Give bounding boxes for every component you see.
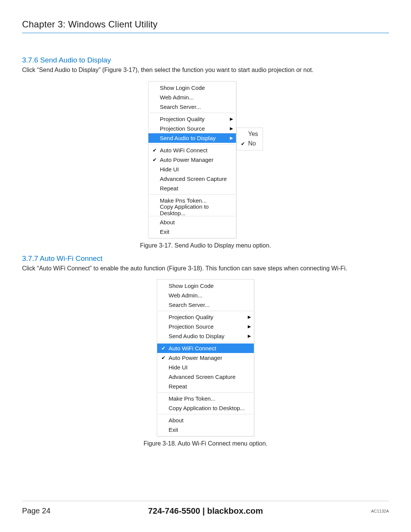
menu-label: Send Audio to Display xyxy=(167,333,245,339)
menu-item-exit[interactable]: Exit xyxy=(157,425,254,435)
figure-caption-317: Figure 3-17. Send Audio to Display menu … xyxy=(140,242,271,249)
submenu-arrow-icon: ▶ xyxy=(228,126,233,131)
check-icon: ✔ xyxy=(159,345,167,351)
menu-label: Web Admin... xyxy=(158,94,233,101)
menu-item-copy-app[interactable]: Copy Application to Desktop... xyxy=(157,403,254,413)
menu-label: Web Admin... xyxy=(167,292,251,299)
menu-label: Hide UI xyxy=(167,364,251,371)
submenu-arrow-icon: ▶ xyxy=(228,117,233,121)
menu-label: Search Server... xyxy=(167,302,251,308)
menu-item-copy-app[interactable]: Copy Application to Desktop... xyxy=(148,205,236,215)
section-body-377: Click “Auto WiFi Connect” to enable the … xyxy=(22,264,389,273)
menu-item-send-audio[interactable]: Send Audio to Display ▶ xyxy=(157,331,254,341)
menu-label: Send Audio to Display xyxy=(158,135,228,141)
check-icon: ✔ xyxy=(151,157,158,163)
menu-label: Yes xyxy=(247,131,260,137)
check-icon: ✔ xyxy=(151,147,158,153)
menu-item-projection-quality[interactable]: Projection Quality ▶ xyxy=(157,312,254,322)
section-heading-377: 3.7.7 Auto Wi-Fi Connect xyxy=(22,254,389,263)
menu-item-auto-power[interactable]: ✔ Auto Power Manager xyxy=(148,155,236,165)
menu-item-hide-ui[interactable]: Hide UI xyxy=(148,165,236,174)
menu-item-show-login[interactable]: Show Login Code xyxy=(157,281,254,291)
submenu-arrow-icon: ▶ xyxy=(228,136,233,141)
menu-separator xyxy=(158,392,253,393)
menu-item-exit[interactable]: Exit xyxy=(148,227,236,236)
menu-label: Repeat xyxy=(158,185,233,192)
menu-item-adv-capture[interactable]: Advanced Screen Capture xyxy=(157,372,254,382)
menu-label: Copy Application to Desktop... xyxy=(167,405,251,411)
menu-label: Copy Application to Desktop... xyxy=(158,203,233,216)
menu-label: About xyxy=(158,219,233,225)
menu-item-auto-wifi[interactable]: ✔ Auto WiFi Connect xyxy=(157,343,254,353)
menu-separator xyxy=(158,342,253,342)
menu-label: Projection Source xyxy=(167,323,245,330)
menu-label: Repeat xyxy=(167,383,251,390)
menu-label: Advanced Screen Capture xyxy=(167,374,251,380)
menu-item-search-server[interactable]: Search Server... xyxy=(157,300,254,310)
menu-separator xyxy=(149,144,235,144)
menu-label: Advanced Screen Capture xyxy=(158,176,233,182)
menu-item-search-server[interactable]: Search Server... xyxy=(148,102,236,112)
menu-item-show-login[interactable]: Show Login Code xyxy=(148,83,236,93)
menu-item-about[interactable]: About xyxy=(148,217,236,227)
submenu-arrow-icon: ▶ xyxy=(245,315,251,320)
menu-item-make-token[interactable]: Make Pns Token... xyxy=(157,394,254,403)
menu-label: Projection Source xyxy=(158,125,228,132)
submenu-item-yes[interactable]: Yes xyxy=(237,129,263,139)
menu-label: Projection Quality xyxy=(167,314,245,320)
page-number: Page 24 xyxy=(22,506,51,515)
figure-3-18: Show Login Code Web Admin... Search Serv… xyxy=(22,279,389,447)
section-heading-376: 3.7.6 Send Audio to Display xyxy=(22,56,389,64)
menu-label: About xyxy=(167,417,251,423)
footer-contact: 724-746-5500 | blackbox.com xyxy=(22,506,389,516)
context-menu-318: Show Login Code Web Admin... Search Serv… xyxy=(157,279,254,436)
menu-item-web-admin[interactable]: Web Admin... xyxy=(148,93,236,102)
submenu-arrow-icon: ▶ xyxy=(245,324,251,329)
menu-label: Exit xyxy=(158,228,233,235)
context-menu-317: Show Login Code Web Admin... Search Serv… xyxy=(148,81,236,238)
menu-label: Search Server... xyxy=(158,104,233,110)
menu-label: Auto WiFi Connect xyxy=(167,345,251,351)
menu-label: Auto Power Manager xyxy=(167,355,251,361)
menu-separator xyxy=(149,113,235,113)
menu-item-about[interactable]: About xyxy=(157,415,254,425)
menu-label: Show Login Code xyxy=(158,85,233,91)
submenu-item-no[interactable]: ✔ No xyxy=(237,139,263,149)
menu-item-projection-source[interactable]: Projection Source ▶ xyxy=(157,322,254,331)
menu-separator xyxy=(158,311,253,311)
menu-item-hide-ui[interactable]: Hide UI xyxy=(157,363,254,372)
menu-item-auto-wifi[interactable]: ✔ Auto WiFi Connect xyxy=(148,145,236,155)
check-icon: ✔ xyxy=(159,355,167,361)
menu-item-send-audio[interactable]: Send Audio to Display ▶ xyxy=(148,133,236,143)
figure-3-17: Show Login Code Web Admin... Search Serv… xyxy=(22,81,389,249)
menu-label: Show Login Code xyxy=(167,283,251,289)
check-icon: ✔ xyxy=(239,141,247,147)
submenu-send-audio: Yes ✔ No xyxy=(236,128,263,150)
menu-item-web-admin[interactable]: Web Admin... xyxy=(157,291,254,300)
menu-item-projection-source[interactable]: Projection Source ▶ xyxy=(148,124,236,133)
submenu-arrow-icon: ▶ xyxy=(245,334,251,339)
menu-label: Auto WiFi Connect xyxy=(158,147,233,153)
menu-item-repeat[interactable]: Repeat xyxy=(148,184,236,193)
menu-item-auto-power[interactable]: ✔ Auto Power Manager xyxy=(157,353,254,363)
menu-label: No xyxy=(247,140,260,147)
menu-label: Hide UI xyxy=(158,166,233,173)
menu-label: Make Pns Token... xyxy=(158,197,233,204)
menu-item-adv-capture[interactable]: Advanced Screen Capture xyxy=(148,174,236,184)
menu-item-projection-quality[interactable]: Projection Quality ▶ xyxy=(148,114,236,124)
page-footer: Page 24 724-746-5500 | blackbox.com AC11… xyxy=(22,501,389,515)
chapter-title: Chapter 3: Windows Client Utility xyxy=(22,19,389,33)
footer-sku: AC1132A xyxy=(371,509,389,513)
menu-label: Auto Power Manager xyxy=(158,157,233,163)
menu-label: Projection Quality xyxy=(158,116,228,122)
figure-caption-318: Figure 3-18. Auto Wi-Fi Connect menu opt… xyxy=(143,440,268,447)
menu-label: Exit xyxy=(167,427,251,433)
menu-label: Make Pns Token... xyxy=(167,395,251,402)
menu-separator xyxy=(158,414,253,414)
menu-separator xyxy=(149,194,235,195)
menu-item-repeat[interactable]: Repeat xyxy=(157,382,254,391)
section-body-376: Click “Send Audio to Display” (Figure 3-… xyxy=(22,66,389,74)
